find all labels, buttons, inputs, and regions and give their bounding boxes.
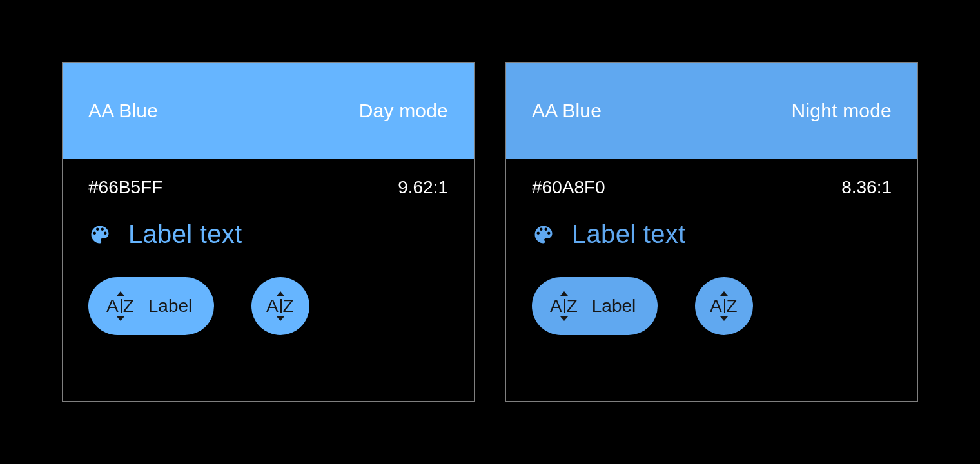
- color-card-night: AA Blue Night mode #60A8F0 8.36:1 Label …: [505, 62, 918, 402]
- sample-label-text: Label text: [128, 220, 242, 249]
- chip-button[interactable]: AZ Label: [88, 277, 214, 335]
- sample-label-text: Label text: [572, 220, 685, 249]
- chip-button[interactable]: AZ Label: [532, 277, 658, 335]
- button-row: AZ Label AZ: [88, 277, 448, 335]
- card-header: AA Blue Day mode: [63, 63, 474, 159]
- sort-az-icon: AZ: [106, 297, 135, 315]
- sort-az-icon: AZ: [710, 297, 739, 315]
- palette-icon: [532, 223, 555, 246]
- stage: AA Blue Day mode #66B5FF 9.62:1 Label te…: [0, 0, 980, 464]
- hex-value: #60A8F0: [532, 177, 605, 198]
- circle-button[interactable]: AZ: [695, 277, 753, 335]
- info-row: #66B5FF 9.62:1: [88, 177, 448, 198]
- info-row: #60A8F0 8.36:1: [532, 177, 892, 198]
- contrast-ratio: 8.36:1: [841, 177, 892, 198]
- card-title: AA Blue: [532, 100, 602, 122]
- label-row: Label text: [532, 220, 892, 249]
- palette-icon: [88, 223, 112, 246]
- card-body: #60A8F0 8.36:1 Label text AZ Label: [506, 159, 917, 401]
- button-row: AZ Label AZ: [532, 277, 892, 335]
- card-title: AA Blue: [88, 100, 158, 122]
- chip-label: Label: [148, 296, 193, 316]
- hex-value: #66B5FF: [88, 177, 162, 198]
- label-row: Label text: [88, 220, 448, 249]
- sort-az-icon: AZ: [266, 297, 295, 315]
- card-body: #66B5FF 9.62:1 Label text AZ Label: [63, 159, 474, 401]
- card-header: AA Blue Night mode: [506, 63, 917, 159]
- chip-label: Label: [592, 296, 636, 316]
- color-card-day: AA Blue Day mode #66B5FF 9.62:1 Label te…: [62, 62, 475, 402]
- circle-button[interactable]: AZ: [251, 277, 309, 335]
- sort-az-icon: AZ: [550, 297, 579, 315]
- contrast-ratio: 9.62:1: [398, 177, 448, 198]
- card-mode: Night mode: [792, 100, 892, 122]
- card-mode: Day mode: [359, 100, 448, 122]
